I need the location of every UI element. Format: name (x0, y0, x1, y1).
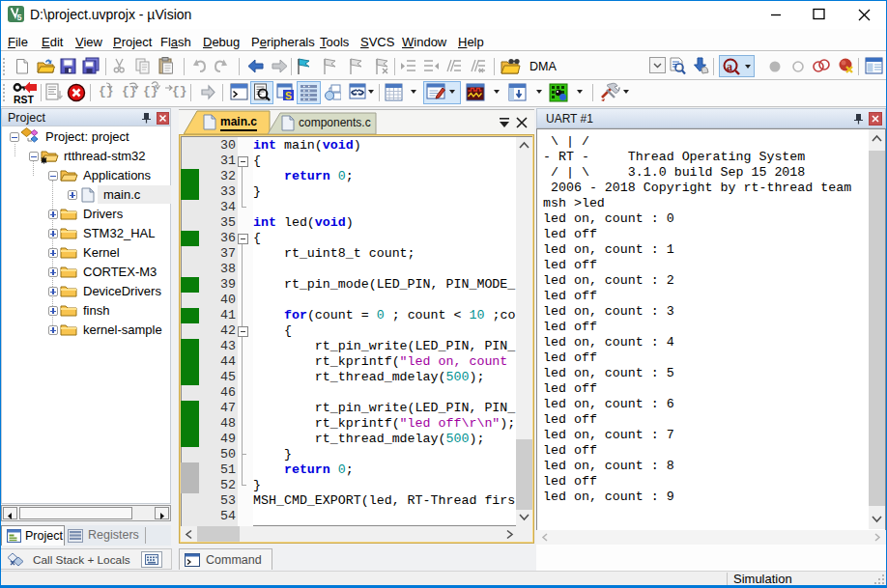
svg-text:S: S (285, 90, 292, 101)
svg-text:a: a (727, 60, 732, 73)
svg-text:5: 5 (17, 13, 22, 22)
svg-text:RST: RST (14, 94, 35, 104)
